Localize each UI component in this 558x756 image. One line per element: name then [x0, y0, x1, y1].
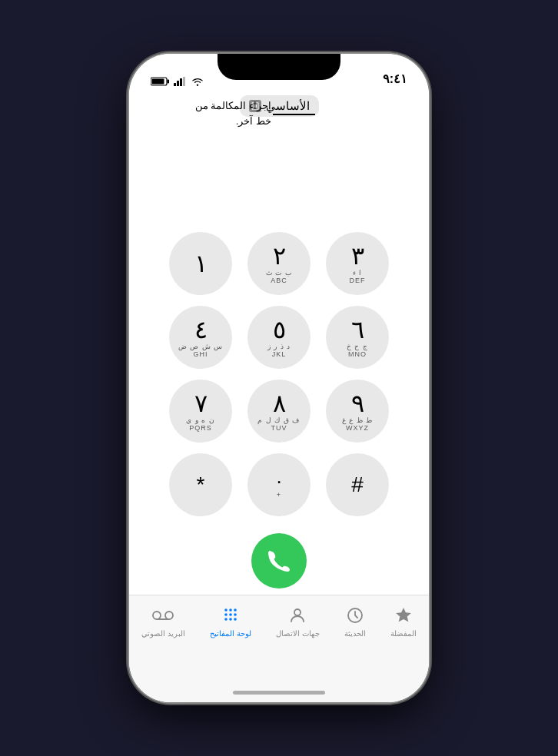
dialpad-icon	[220, 605, 241, 626]
dial-btn-9[interactable]: ٩ ط ظ ع غ WXYZ	[326, 380, 389, 443]
dial-btn-hash[interactable]: #	[326, 453, 389, 516]
dialpad-row-3: ٧ ن ه و ي PQRS ٨ ف ق ك ل م TUV ٩ ط ظ ع غ…	[169, 380, 389, 443]
tab-recents[interactable]: الحديثة	[344, 605, 366, 638]
dial-btn-6-sub-en: MNO	[348, 350, 367, 358]
dial-btn-2-main: ٢	[273, 244, 286, 268]
dial-btn-8[interactable]: ٨ ف ق ك ل م TUV	[247, 380, 311, 443]
screen: الأساسي إجراء المكالمة من خط آخر.	[129, 54, 429, 702]
tab-keypad[interactable]: لوحة المفاتيح	[210, 605, 251, 638]
dial-btn-0[interactable]: · +	[247, 453, 311, 516]
voicemail-icon	[152, 605, 174, 626]
dialpad-area: ١ ٢ ب ت ث ABC ٣ ا ء DEF ٤ س ش ص ض G	[129, 154, 429, 595]
svg-point-17	[224, 618, 228, 621]
dial-btn-3[interactable]: ٣ ا ء DEF	[326, 232, 389, 295]
star-icon	[393, 605, 414, 626]
svg-rect-3	[174, 83, 176, 86]
dial-btn-6-main: ٦	[351, 317, 364, 342]
annotation-text: إجراء المكالمة من خط آخر.	[195, 98, 271, 128]
tab-recents-label: الحديثة	[344, 629, 366, 638]
svg-rect-4	[177, 81, 179, 86]
person-icon	[287, 605, 308, 626]
annotation-connector	[273, 114, 315, 115]
dial-btn-7-main: ٧	[194, 391, 208, 416]
svg-point-16	[234, 613, 237, 616]
dial-btn-8-sub-ar: ف ق ك ل م	[257, 416, 300, 424]
dial-btn-4-sub-ar: س ش ص ض	[178, 343, 224, 350]
svg-point-10	[294, 609, 301, 615]
status-icons	[151, 77, 204, 86]
call-button[interactable]	[251, 533, 307, 589]
dial-btn-star-main: *	[197, 474, 205, 496]
annotation: إجراء المكالمة من خط آخر.	[195, 98, 271, 128]
dial-btn-9-main: ٩	[351, 391, 364, 416]
svg-rect-1	[168, 80, 170, 84]
dialpad-row-4: * · + #	[169, 453, 389, 516]
tab-contacts-label: جهات الاتصال	[276, 629, 320, 638]
dial-btn-6-sub-ar: ج ح خ	[347, 343, 368, 350]
clock-icon	[344, 605, 366, 626]
tab-voicemail[interactable]: البريد الصوتي	[141, 605, 185, 638]
dial-btn-6[interactable]: ٦ ج ح خ MNO	[326, 306, 389, 369]
status-time: ٩:٤١	[383, 71, 407, 86]
wifi-icon	[191, 77, 204, 86]
dial-btn-4-main: ٤	[194, 317, 208, 342]
signal-icon	[174, 77, 188, 86]
svg-point-20	[153, 612, 161, 619]
annotation-line	[273, 114, 315, 115]
notch	[218, 54, 340, 80]
dial-btn-2[interactable]: ٢ ب ت ث ABC	[247, 232, 311, 295]
svg-point-21	[165, 612, 173, 619]
dialpad-row-2: ٤ س ش ص ض GHI ٥ د ذ ر ز JKL ٦ ج ح خ MNO	[169, 306, 389, 369]
dial-btn-5-main: ٥	[273, 317, 286, 342]
tab-favorites[interactable]: المفضلة	[390, 605, 417, 638]
dial-btn-0-sub: +	[277, 491, 281, 499]
tab-keypad-label: لوحة المفاتيح	[210, 629, 251, 638]
svg-point-15	[229, 613, 232, 616]
dial-btn-7-sub-en: PQRS	[189, 424, 212, 432]
tab-favorites-label: المفضلة	[390, 629, 417, 638]
tab-voicemail-label: البريد الصوتي	[141, 629, 185, 638]
call-button-area	[251, 533, 307, 589]
dial-btn-4-sub-en: GHI	[193, 350, 208, 358]
svg-point-11	[224, 608, 228, 612]
dial-btn-4[interactable]: ٤ س ش ص ض GHI	[169, 306, 232, 369]
dial-btn-8-sub-en: TUV	[271, 424, 287, 432]
tab-bar: المفضلة الحديثة	[129, 595, 429, 702]
dial-btn-9-sub-ar: ط ظ ع غ	[342, 416, 374, 424]
dial-btn-5-sub-ar: د ذ ر ز	[267, 343, 291, 350]
svg-point-14	[224, 613, 228, 616]
phone-icon	[267, 549, 291, 573]
svg-point-18	[229, 618, 232, 621]
home-indicator	[233, 691, 325, 695]
dial-btn-1-main: ١	[194, 251, 208, 276]
dial-btn-7-sub-ar: ن ه و ي	[186, 416, 215, 424]
dial-btn-7[interactable]: ٧ ن ه و ي PQRS	[169, 380, 232, 443]
svg-rect-5	[180, 78, 182, 86]
dial-btn-star[interactable]: *	[169, 453, 232, 516]
dial-btn-2-sub-ar: ب ت ث	[266, 269, 292, 277]
line-selector-label: الأساسي	[266, 99, 310, 113]
svg-rect-2	[152, 79, 164, 85]
dial-btn-1[interactable]: ١	[169, 232, 232, 295]
phone-frame: ٩:٤١ الأساسي إجراء المكالمة من خط آخر.	[129, 54, 429, 702]
tab-contacts[interactable]: جهات الاتصال	[276, 605, 320, 638]
svg-rect-6	[183, 77, 185, 86]
dial-btn-2-sub-en: ABC	[271, 277, 287, 284]
dial-btn-5-sub-en: JKL	[272, 350, 287, 358]
dial-btn-0-main: ·	[276, 471, 281, 491]
dial-btn-5[interactable]: ٥ د ذ ر ز JKL	[247, 306, 311, 369]
battery-icon	[151, 77, 170, 86]
svg-point-19	[234, 618, 237, 621]
dial-btn-hash-main: #	[351, 474, 364, 496]
svg-point-13	[234, 608, 237, 612]
dial-btn-9-sub-en: WXYZ	[346, 424, 369, 432]
dial-btn-3-sub-ar: ا ء	[353, 269, 363, 277]
svg-point-12	[229, 608, 232, 612]
dial-btn-8-main: ٨	[273, 391, 286, 416]
dial-btn-3-main: ٣	[351, 244, 364, 268]
dialpad-row-1: ١ ٢ ب ت ث ABC ٣ ا ء DEF	[169, 232, 389, 295]
dial-btn-3-sub-en: DEF	[350, 277, 366, 284]
